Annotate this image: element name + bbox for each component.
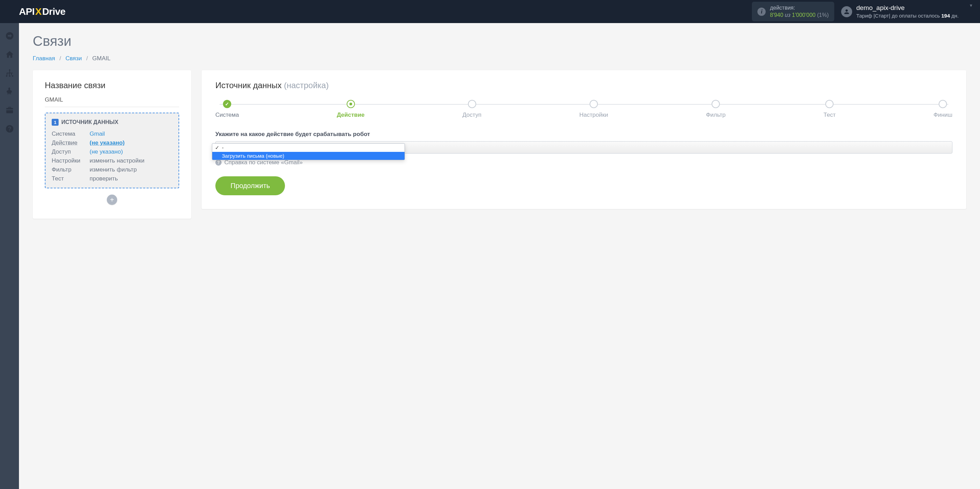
step-access[interactable]: Доступ — [463, 100, 481, 119]
actions-box[interactable]: i действия: 8'940 из 1'000'000 (1%) — [752, 2, 834, 22]
breadcrumb: Главная / Связи / GMAIL — [33, 55, 966, 62]
source-box: 1 ИСТОЧНИК ДАННЫХ Система Gmail Действие… — [45, 113, 179, 188]
action-select[interactable]: - Загрузить письма (новые) — [215, 141, 953, 154]
step-test[interactable]: Тест — [824, 100, 835, 119]
logo-x: X — [35, 6, 41, 17]
breadcrumb-home[interactable]: Главная — [33, 55, 55, 62]
dropdown-option-empty[interactable]: - — [212, 144, 404, 152]
rail-signout-icon[interactable] — [0, 27, 19, 44]
connection-name-input[interactable]: GMAIL — [45, 97, 179, 107]
help-text: Справка по системе «Gmail» — [224, 159, 303, 166]
user-box[interactable]: demo_apix-drive Тариф |Старт| до оплаты … — [841, 4, 959, 19]
source-title: ИСТОЧНИК ДАННЫХ — [61, 119, 118, 125]
actions-total: 1'000'000 — [792, 12, 815, 18]
row-access-label: Доступ — [52, 148, 89, 155]
row-action-value[interactable]: (не указано) — [89, 140, 172, 146]
rail-home-icon[interactable] — [0, 46, 19, 63]
step-dot-active-icon — [347, 100, 355, 108]
panel-data-source: Источник данных (настройка) Система Дейс… — [202, 70, 966, 209]
page-title: Связи — [33, 33, 966, 49]
breadcrumb-links[interactable]: Связи — [65, 55, 82, 62]
help-link[interactable]: ? Справка по системе «Gmail» — [215, 159, 953, 166]
step-system[interactable]: Система — [215, 100, 239, 119]
row-settings-label: Настройки — [52, 157, 89, 164]
rail-help-icon[interactable] — [0, 120, 19, 137]
logo-api: API — [19, 6, 35, 17]
left-rail — [0, 23, 19, 229]
actions-pct: (1%) — [817, 12, 829, 18]
steps-bar: Система Действие Доступ Настройки Фильтр — [215, 100, 953, 119]
user-plan: Тариф |Старт| до оплаты осталось 194 дн. — [856, 13, 959, 19]
step-dot-done-icon — [223, 100, 231, 108]
row-filter-label: Фильтр — [52, 166, 89, 173]
info-icon: i — [757, 8, 766, 16]
row-test-label: Тест — [52, 175, 89, 182]
rail-briefcase-icon[interactable] — [0, 102, 19, 119]
rail-connections-icon[interactable] — [0, 64, 19, 82]
top-header: API X Drive i действия: 8'940 из 1'000'0… — [0, 0, 980, 23]
action-field-label: Укажите на какое действие будет срабатыв… — [215, 131, 953, 138]
step-filter[interactable]: Фильтр — [706, 100, 726, 119]
row-filter-value[interactable]: изменить фильтр — [89, 166, 172, 173]
step-dot-icon — [468, 100, 476, 108]
actions-text: действия: 8'940 из 1'000'000 (1%) — [770, 5, 829, 19]
add-step-button[interactable]: + — [107, 195, 117, 205]
logo-drive: Drive — [42, 6, 65, 17]
row-test-value[interactable]: проверить — [89, 175, 172, 182]
step-action[interactable]: Действие — [337, 100, 364, 119]
continue-button[interactable]: Продолжить — [215, 176, 285, 195]
source-badge: 1 — [52, 119, 59, 126]
caret-down-icon[interactable]: ▼ — [969, 2, 973, 8]
action-dropdown: - Загрузить письма (новые) — [212, 143, 405, 160]
step-dot-icon — [590, 100, 598, 108]
dropdown-option-load-new[interactable]: Загрузить письма (новые) — [212, 152, 404, 160]
rail-billing-icon[interactable] — [0, 83, 19, 100]
row-settings-value[interactable]: изменить настройки — [89, 157, 172, 164]
panel-connection-name: Название связи GMAIL 1 ИСТОЧНИК ДАННЫХ С… — [33, 70, 191, 219]
actions-label: действия: — [770, 5, 829, 12]
left-panel-title: Название связи — [45, 81, 179, 90]
step-dot-icon — [825, 100, 834, 108]
question-icon: ? — [215, 159, 221, 166]
step-finish[interactable]: Финиш — [934, 100, 953, 119]
step-dot-icon — [939, 100, 947, 108]
actions-of: из — [785, 12, 791, 18]
source-header: 1 ИСТОЧНИК ДАННЫХ — [52, 119, 172, 126]
row-action-label: Действие — [52, 140, 89, 146]
row-access-value[interactable]: (не указано) — [89, 148, 172, 155]
logo[interactable]: API X Drive — [19, 6, 65, 17]
user-icon — [841, 6, 852, 17]
step-settings[interactable]: Настройки — [579, 100, 608, 119]
row-system-label: Система — [52, 130, 89, 137]
header-actions: i действия: 8'940 из 1'000'000 (1%) demo… — [752, 2, 973, 22]
row-system-value[interactable]: Gmail — [89, 130, 172, 137]
step-dot-icon — [711, 100, 720, 108]
breadcrumb-current: GMAIL — [92, 55, 111, 62]
user-name: demo_apix-drive — [856, 4, 959, 13]
actions-count: 8'940 — [770, 12, 783, 18]
right-panel-title: Источник данных (настройка) — [215, 81, 953, 90]
main-content: Связи Главная / Связи / GMAIL Название с… — [19, 23, 980, 229]
user-text: demo_apix-drive Тариф |Старт| до оплаты … — [856, 4, 959, 19]
